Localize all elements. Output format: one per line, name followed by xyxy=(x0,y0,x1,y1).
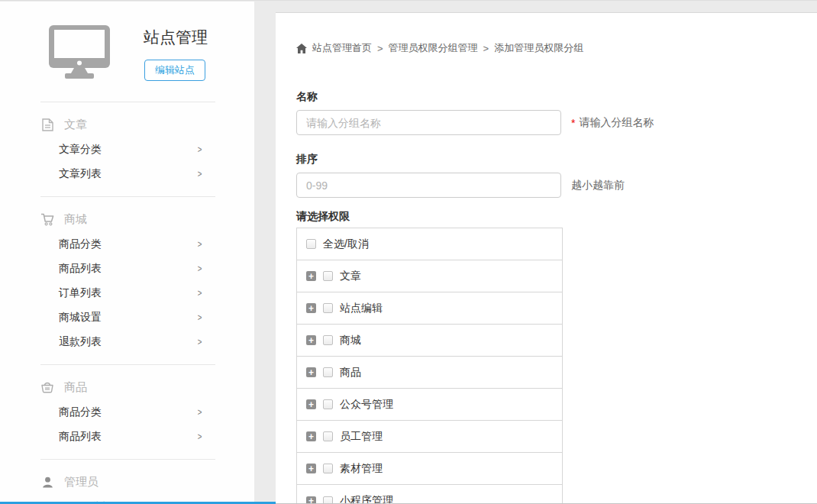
chevron-right-icon: > xyxy=(198,337,202,347)
section-label: 商品 xyxy=(64,380,87,395)
sidebar-item-article-category[interactable]: 文章分类 > xyxy=(59,137,202,162)
section-label: 商城 xyxy=(64,212,87,227)
sidebar-item-mall-goods-category[interactable]: 商品分类 > xyxy=(59,232,202,257)
permission-label: 商城 xyxy=(340,334,361,347)
sort-field-row: 越小越靠前 xyxy=(296,173,817,198)
breadcrumb-item-add-group: 添加管理员权限分组 xyxy=(494,41,583,55)
menu-item-label: 商品分类 xyxy=(59,405,102,419)
home-icon xyxy=(296,44,307,53)
permission-label: 公众号管理 xyxy=(340,398,393,412)
permission-row: 站点编辑 xyxy=(297,292,562,325)
permissions-table: 全选/取消 文章 站点编辑 商城 商品 公众号管理 xyxy=(296,228,563,504)
sidebar-header: 站点管理 编辑站点 xyxy=(0,2,254,102)
sidebar-item-admin-group[interactable]: 管理员分组 > xyxy=(59,495,202,502)
chevron-right-icon: > xyxy=(198,239,202,250)
permission-label: 商品 xyxy=(340,366,361,380)
permission-label: 员工管理 xyxy=(340,430,383,444)
permission-checkbox[interactable] xyxy=(323,399,333,409)
menu-item-label: 退款列表 xyxy=(59,335,102,349)
permission-checkbox[interactable] xyxy=(323,335,333,345)
chevron-right-icon: > xyxy=(198,288,202,299)
permission-checkbox[interactable] xyxy=(323,271,333,281)
chevron-right-icon: > xyxy=(198,312,202,323)
article-icon xyxy=(40,118,54,131)
monitor-icon xyxy=(49,25,110,82)
chevron-right-icon: > xyxy=(198,144,202,155)
menu-item-label: 商品列表 xyxy=(59,262,102,276)
permission-label: 站点编辑 xyxy=(340,302,383,315)
section-title-mall: 商城 xyxy=(40,206,254,232)
menu-item-label: 商品列表 xyxy=(59,430,102,444)
section-title-admin: 管理员 xyxy=(40,469,254,495)
group-name-input[interactable] xyxy=(296,110,561,135)
mall-icon xyxy=(40,213,54,226)
sidebar-item-order-list[interactable]: 订单列表 > xyxy=(59,281,202,305)
permission-row: 文章 xyxy=(297,260,562,292)
breadcrumb-item-home[interactable]: 站点管理首页 xyxy=(312,41,372,55)
breadcrumb-separator: > xyxy=(377,43,383,54)
main-content: 站点管理首页 > 管理员权限分组管理 > 添加管理员权限分组 名称 * 请输入分… xyxy=(276,12,817,504)
name-field-row: * 请输入分组名称 xyxy=(296,110,817,135)
sidebar-item-refund-list[interactable]: 退款列表 > xyxy=(59,330,202,354)
sidebar-section-goods: 商品 商品分类 > 商品列表 > xyxy=(0,365,254,459)
permission-row: 公众号管理 xyxy=(297,389,562,421)
permission-row: 商品 xyxy=(297,357,562,389)
menu-item-label: 商城设置 xyxy=(59,311,102,325)
admin-user-icon xyxy=(40,477,54,488)
chevron-right-icon: > xyxy=(198,169,202,179)
sort-order-input[interactable] xyxy=(296,173,561,198)
permission-label: 全选/取消 xyxy=(323,237,369,251)
permission-row: 素材管理 xyxy=(297,453,562,485)
expand-plus-icon[interactable] xyxy=(306,335,316,345)
sidebar-section-mall: 商城 商品分类 > 商品列表 > 订单列表 > 商城设置 > 退款列表 > xyxy=(0,197,254,364)
name-required-note: * 请输入分组名称 xyxy=(571,116,654,130)
expand-plus-icon[interactable] xyxy=(306,464,316,473)
menu-item-label: 订单列表 xyxy=(59,286,102,300)
section-title-article: 文章 xyxy=(40,111,254,137)
chevron-right-icon: > xyxy=(198,407,202,418)
required-asterisk: * xyxy=(571,117,575,129)
breadcrumb-item-group-manage[interactable]: 管理员权限分组管理 xyxy=(389,41,478,55)
menu-item-label: 文章列表 xyxy=(59,167,102,181)
breadcrumb: 站点管理首页 > 管理员权限分组管理 > 添加管理员权限分组 xyxy=(296,41,817,55)
sidebar: 站点管理 编辑站点 文章 文章分类 > 文章列表 > xyxy=(0,2,254,502)
section-label: 文章 xyxy=(64,118,87,132)
section-title-goods: 商品 xyxy=(40,374,254,400)
permission-checkbox[interactable] xyxy=(323,464,333,473)
menu-item-label: 文章分类 xyxy=(59,143,102,157)
permission-row: 商城 xyxy=(297,325,562,357)
sidebar-item-goods-list[interactable]: 商品列表 > xyxy=(59,425,202,449)
required-note-text: 请输入分组名称 xyxy=(579,116,654,130)
permissions-label: 请选择权限 xyxy=(296,210,817,223)
sidebar-item-mall-goods-list[interactable]: 商品列表 > xyxy=(59,257,202,281)
section-label: 管理员 xyxy=(64,475,98,489)
permission-checkbox[interactable] xyxy=(323,367,333,377)
name-field-label: 名称 xyxy=(296,90,817,103)
sidebar-section-article: 文章 文章分类 > 文章列表 > xyxy=(0,102,254,196)
chevron-right-icon: > xyxy=(198,431,202,442)
goods-icon xyxy=(40,381,54,393)
expand-plus-icon[interactable] xyxy=(306,367,316,377)
sidebar-item-article-list[interactable]: 文章列表 > xyxy=(59,162,202,186)
permission-checkbox[interactable] xyxy=(323,431,333,441)
expand-plus-icon[interactable] xyxy=(306,303,316,313)
expand-plus-icon[interactable] xyxy=(306,399,316,409)
sidebar-item-mall-settings[interactable]: 商城设置 > xyxy=(59,305,202,330)
expand-plus-icon[interactable] xyxy=(306,431,316,441)
edit-site-button[interactable]: 编辑站点 xyxy=(144,60,205,81)
permission-row-select-all: 全选/取消 xyxy=(297,228,562,260)
permission-row: 小程序管理 xyxy=(297,485,562,504)
site-title: 站点管理 xyxy=(144,27,208,48)
permission-label: 素材管理 xyxy=(340,462,383,476)
sidebar-section-admin: 管理员 管理员分组 > xyxy=(0,460,254,502)
sort-field-label: 排序 xyxy=(296,153,817,166)
permission-checkbox[interactable] xyxy=(323,303,333,313)
menu-item-label: 商品分类 xyxy=(59,237,102,251)
sort-hint: 越小越靠前 xyxy=(571,179,625,192)
select-all-checkbox[interactable] xyxy=(306,239,316,249)
breadcrumb-separator: > xyxy=(483,43,489,54)
permission-row: 员工管理 xyxy=(297,421,562,453)
expand-plus-icon[interactable] xyxy=(306,271,316,281)
sidebar-item-goods-category[interactable]: 商品分类 > xyxy=(59,400,202,425)
chevron-right-icon: > xyxy=(198,263,202,274)
